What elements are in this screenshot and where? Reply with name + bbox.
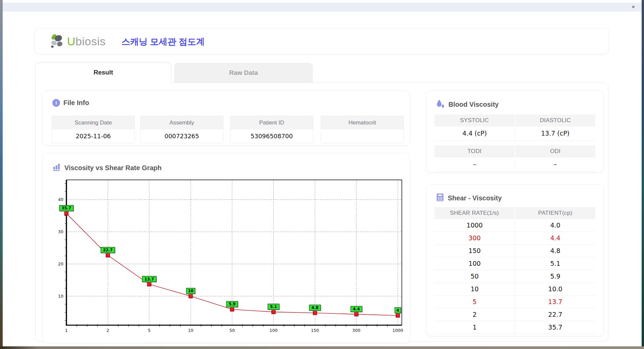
- svg-text:100: 100: [270, 328, 278, 333]
- viscosity-shear-chart: 35.722.713.7105.95.14.84.441251050100150…: [47, 175, 406, 336]
- svg-text:22.7: 22.7: [103, 248, 112, 252]
- svg-text:30: 30: [58, 229, 63, 234]
- app-title-korean: 스캐닝 모세관 점도계: [121, 36, 205, 48]
- desktop: × Ubiosis 스캐닝 모세관 점도계 Result Raw Data i …: [0, 0, 644, 349]
- desktop-background-right: [642, 0, 644, 349]
- svg-text:20: 20: [58, 261, 63, 266]
- shear-rate-cell: 100: [434, 257, 515, 270]
- systolic-header: SYSTOLIC: [434, 114, 515, 127]
- patient-cell: 10.0: [515, 283, 595, 295]
- svg-text:4.8: 4.8: [312, 305, 318, 310]
- svg-text:5.1: 5.1: [270, 304, 277, 309]
- desktop-background-left: [0, 0, 3, 349]
- desktop-background-bottom: [0, 346, 644, 349]
- info-icon: i: [52, 99, 60, 107]
- table-row: 1000 4.0: [434, 219, 595, 232]
- svg-text:1000: 1000: [392, 328, 403, 333]
- shear-rate-column-header: SHEAR RATE(1/s): [434, 207, 515, 219]
- shear-viscosity-card: Shear - Viscosity SHEAR RATE(1/s) PATIEN…: [426, 185, 604, 336]
- svg-text:10: 10: [188, 328, 194, 333]
- table-row: 100 5.1: [434, 257, 595, 270]
- table-row: 2 22.7: [434, 308, 595, 321]
- patient-cell: 35.7: [515, 321, 595, 334]
- field-label: Assembly: [141, 116, 223, 130]
- table-row: 150 4.8: [434, 245, 595, 257]
- ubiosis-logo-text: Ubiosis: [67, 35, 106, 48]
- svg-text:13.7: 13.7: [145, 277, 154, 282]
- file-info-title: File Info: [63, 99, 89, 107]
- patient-cell: 4.4: [515, 232, 595, 244]
- field-scanning-date: Scanning Date 2025-11-06: [52, 116, 135, 143]
- logo-letter-u: U: [67, 35, 75, 48]
- field-label: Hematocrit: [321, 116, 404, 130]
- shear-rate-cell: 1: [434, 321, 515, 334]
- svg-text:5: 5: [148, 328, 151, 333]
- field-value: [321, 130, 404, 143]
- field-value: 000723265: [141, 130, 223, 143]
- field-hematocrit: Hematocrit: [321, 116, 404, 143]
- svg-text:10: 10: [58, 294, 63, 299]
- todi-value: –: [434, 157, 515, 171]
- field-patient-id: Patient ID 53096508700: [230, 116, 313, 143]
- header-card: Ubiosis 스캐닝 모세관 점도계: [35, 28, 609, 54]
- table-row: 10 10.0: [434, 283, 595, 296]
- shear-rate-cell: 1000: [434, 219, 515, 232]
- patient-cell: 4.0: [515, 219, 595, 232]
- viscosity-graph-card: Viscosity vs Shear Rate Graph 35.722.713…: [42, 153, 410, 343]
- shear-rate-cell: 2: [434, 308, 515, 321]
- svg-text:35.7: 35.7: [62, 206, 71, 210]
- window-titlebar[interactable]: ×: [3, 3, 642, 11]
- shear-rate-cell: 300: [434, 232, 515, 244]
- shear-rate-cell: 150: [434, 245, 515, 257]
- tab-raw-data[interactable]: Raw Data: [174, 63, 313, 83]
- field-label: Patient ID: [230, 116, 313, 130]
- blood-viscosity-card: Blood Viscosity SYSTOLIC DIASTOLIC 4.4 (…: [426, 91, 604, 172]
- svg-text:300: 300: [353, 328, 361, 333]
- shear-viscosity-title: Shear - Viscosity: [448, 194, 502, 202]
- odi-value: –: [515, 157, 595, 171]
- file-info-card: i File Info Scanning Date 2025-11-06 Ass…: [42, 91, 410, 146]
- svg-text:150: 150: [311, 328, 319, 333]
- diastolic-value: 13.7 (cP): [515, 127, 595, 140]
- field-value: 2025-11-06: [52, 130, 135, 143]
- field-assembly: Assembly 000723265: [140, 116, 223, 143]
- blood-viscosity-title: Blood Viscosity: [448, 101, 499, 108]
- calculator-icon: [436, 193, 444, 203]
- patient-cell: 13.7: [515, 296, 595, 308]
- patient-cell: 4.8: [515, 245, 595, 257]
- field-label: Scanning Date: [52, 116, 135, 130]
- shear-rate-cell: 50: [434, 270, 515, 283]
- systolic-value: 4.4 (cP): [434, 127, 515, 140]
- patient-cell: 5.1: [515, 257, 595, 270]
- patient-column-header: PATIENT(cp): [515, 207, 595, 219]
- field-value: 53096508700: [230, 130, 313, 143]
- tab-result[interactable]: Result: [35, 62, 171, 83]
- table-row: 50 5.9: [434, 270, 595, 283]
- table-row: 1 35.7: [434, 321, 595, 334]
- svg-text:5.9: 5.9: [229, 302, 235, 306]
- shear-rate-cell: 5: [434, 296, 515, 308]
- droplets-icon: [436, 99, 445, 110]
- ubiosis-logo-icon: [50, 33, 65, 50]
- table-row: 5 13.7: [434, 296, 595, 308]
- odi-header: ODI: [515, 145, 595, 157]
- close-icon[interactable]: ×: [630, 4, 637, 10]
- bar-chart-icon: [52, 163, 61, 173]
- svg-text:50: 50: [229, 328, 235, 333]
- svg-text:1: 1: [65, 328, 68, 333]
- svg-text:2: 2: [107, 328, 109, 333]
- todi-header: TODI: [434, 145, 515, 157]
- graph-title: Viscosity vs Shear Rate Graph: [64, 164, 162, 172]
- table-row: 300 4.4: [434, 232, 595, 245]
- patient-cell: 5.9: [515, 270, 595, 283]
- diastolic-header: DIASTOLIC: [515, 114, 595, 127]
- shear-rate-cell: 10: [434, 283, 515, 295]
- ubiosis-logo: Ubiosis: [50, 33, 106, 49]
- patient-cell: 22.7: [515, 308, 595, 321]
- svg-text:4: 4: [396, 308, 399, 313]
- svg-text:4.4: 4.4: [353, 307, 360, 311]
- svg-text:10: 10: [188, 289, 193, 293]
- logo-rest: biosis: [75, 35, 106, 48]
- svg-text:40: 40: [58, 197, 63, 202]
